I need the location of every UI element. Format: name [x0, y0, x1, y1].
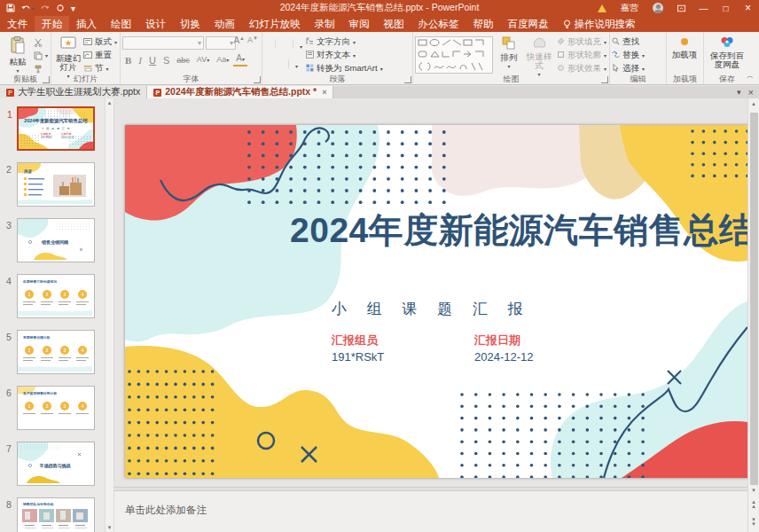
slide-canvas[interactable]: 2024年度新能源汽车销售总结 小 组 课 题 汇 报 汇报组员 191*RSk…	[125, 125, 747, 478]
scrollbar-thumb[interactable]	[750, 113, 758, 485]
tab-file[interactable]: 文件	[0, 16, 35, 32]
paragraph-dialog-launcher[interactable]	[404, 76, 411, 83]
italic-button[interactable]: I	[136, 53, 145, 67]
paste-button[interactable]: 粘贴 ▾	[2, 34, 34, 74]
next-slide-button[interactable]: ▼▼	[748, 518, 759, 527]
thumbnail-slide-8[interactable]: 8 销售团队与市场活动	[17, 497, 95, 532]
save-icon[interactable]	[6, 4, 15, 12]
shrink-font-button[interactable]: A▼	[247, 35, 258, 45]
arrange-icon	[502, 36, 516, 51]
text-shadow-button[interactable]: S	[160, 53, 172, 67]
thumb-scroll-down-icon[interactable]: ▼	[106, 525, 113, 530]
close-button[interactable]: ×	[737, 0, 759, 16]
thumbnail-slide-3[interactable]: 3 销售业绩回顾	[17, 218, 95, 262]
drawing-dialog-launcher[interactable]	[601, 76, 608, 83]
clipboard-dialog-launcher[interactable]	[43, 76, 50, 83]
tab-review[interactable]: 审阅	[342, 16, 377, 32]
tab-home[interactable]: 开始	[35, 16, 69, 32]
font-dialog-launcher[interactable]	[254, 76, 261, 83]
tab-animations[interactable]: 动画	[207, 16, 242, 32]
avatar[interactable]	[646, 0, 670, 16]
thumbnail-slide-4[interactable]: 4 年度销售目标完成情况 1234	[17, 274, 95, 318]
thumbnail-slide-1[interactable]: 1 2024年度新能源汽车销售总结 小 组 课 题 汇 报 汇报组员 191*R…	[17, 106, 95, 151]
qat-customize-icon[interactable]: ▾	[71, 4, 75, 13]
thumbnail-slide-6[interactable]: 6 客户类型销售结构分析 1234	[17, 386, 95, 430]
addins-button[interactable]: 加载项	[669, 34, 700, 74]
thumbnail-slide-5[interactable]: 5 季度销售业绩分析 1234	[17, 330, 95, 374]
arrange-button[interactable]: 排列 ▾	[497, 34, 521, 74]
thumb-scroll-up-icon[interactable]: ▲	[106, 100, 113, 106]
minimize-button[interactable]: —	[692, 0, 715, 16]
font-color-button[interactable]: A▾	[233, 53, 247, 66]
ribbon-display-options-icon[interactable]	[670, 0, 692, 16]
character-spacing-button[interactable]: AV▾	[194, 52, 212, 67]
save-to-baidu-button[interactable]: 保存到百度网盘	[706, 34, 748, 74]
reset-button[interactable]: 重置	[83, 50, 117, 61]
thumbnail-slide-7[interactable]: 7 市场趋势与挑战	[17, 442, 95, 486]
touch-mode-icon[interactable]	[56, 4, 65, 12]
line-spacing-icon[interactable]: ▾	[300, 36, 302, 52]
maximize-button[interactable]: □	[715, 0, 737, 16]
tab-view[interactable]: 视图	[377, 16, 411, 32]
account-name[interactable]: 嘉营	[614, 0, 646, 16]
slide-thumbnail-panel: 1 2024年度新能源汽车销售总结 小 组 课 题 汇 报 汇报组员 191*R…	[0, 98, 105, 532]
columns-icon[interactable]: ▾	[295, 56, 298, 72]
tab-slideshow[interactable]: 幻灯片放映	[242, 16, 308, 32]
date-value[interactable]: 2024-12-12	[474, 350, 534, 364]
change-case-button[interactable]: Aa▾	[214, 52, 231, 67]
doc-tab-1[interactable]: P 大学生职业生涯规划大赛.pptx	[0, 86, 147, 98]
date-label[interactable]: 汇报日期	[474, 332, 520, 348]
tab-record[interactable]: 录制	[308, 16, 342, 32]
window-title: 2024年度新能源汽车销售总结.pptx - PowerPoint	[280, 2, 480, 14]
replace-button[interactable]: 替换▾	[612, 50, 664, 61]
strikethrough-button[interactable]: abc	[174, 53, 192, 67]
close-doc-tab-icon[interactable]: ×	[322, 88, 326, 97]
cut-icon[interactable]	[34, 36, 48, 48]
copy-icon[interactable]: ▾	[34, 50, 48, 61]
collapse-ribbon-icon[interactable]: ︿	[747, 71, 754, 81]
close-all-tabs-icon[interactable]: ×	[748, 87, 754, 98]
group-font: ▾ ▾ B I U S abc AV▾ Aa▾ A▾ A▲ A▼ 字体	[121, 32, 262, 84]
font-size-combo[interactable]: ▾	[206, 36, 236, 50]
tab-list-dropdown-icon[interactable]: ▾	[737, 88, 741, 97]
grow-font-button[interactable]: A▲	[233, 35, 245, 45]
text-direction-button[interactable]: 文字方向▾	[306, 36, 383, 48]
thumbnail-scrollbar[interactable]: ▲ ▼	[105, 98, 114, 532]
layout-button[interactable]: 版式▾	[83, 36, 117, 48]
tab-draw[interactable]: 绘图	[104, 16, 138, 32]
tab-baidu-netdisk[interactable]: 百度网盘	[501, 16, 556, 32]
shape-outline-button[interactable]: 形状轮廓▾	[557, 50, 606, 61]
font-name-combo[interactable]: ▾	[122, 36, 204, 50]
shape-fill-button[interactable]: 形状填充▾	[557, 36, 606, 48]
tab-help[interactable]: 帮助	[466, 16, 501, 32]
undo-icon[interactable]: ▾	[21, 4, 34, 12]
notes-pane[interactable]: 单击此处添加备注	[114, 491, 747, 532]
tab-office-tab[interactable]: 办公标签	[411, 16, 466, 32]
tab-design[interactable]: 设计	[138, 16, 173, 32]
align-text-button[interactable]: 对齐文本▾	[306, 50, 383, 61]
bold-button[interactable]: B	[122, 53, 134, 67]
doc-tab-2-active[interactable]: P 2024年度新能源汽车销售总结.pptx * ×	[147, 86, 333, 98]
new-slide-button[interactable]: 新建幻灯片 ▾	[53, 34, 83, 74]
section-icon	[83, 64, 92, 74]
scroll-down-icon[interactable]: ▼	[748, 488, 759, 493]
tell-me-search[interactable]: 操作说明搜索	[556, 16, 643, 32]
find-button[interactable]: 查找	[612, 36, 664, 48]
slide-subtitle-text[interactable]: 小 组 课 题 汇 报	[332, 299, 531, 319]
shapes-gallery[interactable]	[415, 36, 493, 74]
upload-warning-icon[interactable]	[591, 0, 614, 16]
scroll-up-icon[interactable]: ▲	[748, 101, 759, 106]
tab-transitions[interactable]: 切换	[173, 16, 207, 32]
slide-title-text[interactable]: 2024年度新能源汽车销售总结	[290, 207, 747, 254]
slide-canvas-region[interactable]: 2024年度新能源汽车销售总结 小 组 课 题 汇 报 汇报组员 191*RSk…	[114, 98, 747, 487]
underline-button[interactable]: U	[146, 53, 159, 67]
redo-icon[interactable]	[40, 4, 50, 12]
thumbnail-slide-2[interactable]: 2 目录	[17, 162, 95, 207]
quick-styles-button[interactable]: 快速样式 ▾	[525, 34, 553, 74]
text-direction-icon	[306, 37, 314, 47]
tab-insert[interactable]: 插入	[69, 16, 104, 32]
slide-scrollbar[interactable]: ▲ ▼ ▲▲ ▼▼	[747, 98, 759, 532]
previous-slide-button[interactable]: ▲▲	[748, 500, 759, 509]
member-value[interactable]: 191*RSkT	[332, 350, 384, 364]
member-label[interactable]: 汇报组员	[332, 332, 378, 348]
